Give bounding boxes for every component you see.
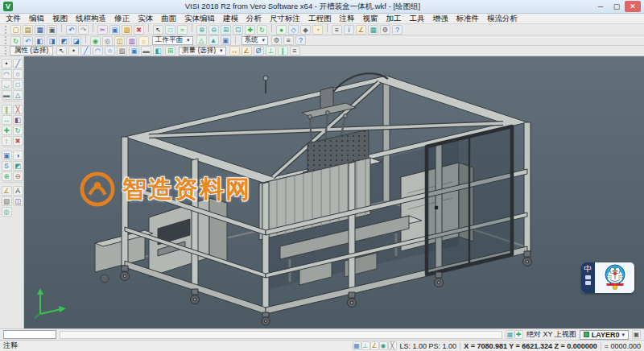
isolate-icon[interactable]: ◎ xyxy=(2,207,12,217)
extrude-icon[interactable]: ▣ xyxy=(2,151,12,160)
workplane-align-icon[interactable]: ▣ xyxy=(221,35,231,45)
open-file-icon[interactable]: ▤ xyxy=(23,25,33,35)
draw-arc-icon[interactable]: ◠ xyxy=(2,69,12,79)
system-options-icon[interactable]: ⚙ xyxy=(271,35,282,45)
filter-surface-icon[interactable]: ▧ xyxy=(117,46,127,56)
menu-annotation[interactable]: 注释 xyxy=(336,14,359,24)
filter-point-icon[interactable]: • xyxy=(68,46,79,56)
measure-report-icon[interactable]: ≡ xyxy=(290,46,300,56)
menu-analysis[interactable]: 分析 xyxy=(242,14,266,24)
settings-icon[interactable]: ⚙ xyxy=(380,25,390,35)
measure-distance-icon[interactable]: ↔ xyxy=(229,46,240,56)
menu-solid[interactable]: 实体 xyxy=(134,14,157,24)
move-icon[interactable]: ✚ xyxy=(2,126,12,135)
menu-edit[interactable]: 编辑 xyxy=(25,14,48,24)
erase-icon[interactable]: ✖ xyxy=(13,136,23,146)
pan-icon[interactable]: ✚ xyxy=(245,25,255,35)
filter-line-icon[interactable]: ╱ xyxy=(80,46,91,56)
toolbar-grip[interactable] xyxy=(5,26,7,34)
ime-mode-indicator[interactable]: 中 xyxy=(584,264,592,274)
dimension-icon[interactable]: ∠ xyxy=(2,186,12,196)
ime-menu-icon[interactable] xyxy=(585,281,591,285)
undo-icon[interactable]: ↶ xyxy=(66,25,76,35)
minimize-button[interactable]: ─ xyxy=(592,1,609,12)
ime-keyboard-icon[interactable] xyxy=(585,275,591,279)
ortho-toggle-icon[interactable]: ⊥ xyxy=(361,341,370,350)
command-input[interactable] xyxy=(3,330,56,339)
wireframe-view-icon[interactable]: ◇ xyxy=(288,25,299,35)
menu-enhance[interactable]: 增强 xyxy=(429,14,452,24)
redo-icon[interactable]: ↷ xyxy=(78,25,89,35)
save-icon[interactable]: ▦ xyxy=(35,25,45,35)
text-icon[interactable]: A xyxy=(13,186,23,196)
shaded-view-icon[interactable]: ● xyxy=(276,25,287,35)
menu-dimension[interactable]: 尺寸标注 xyxy=(266,14,304,24)
selection-filter-tab[interactable]: 属性 (选择) xyxy=(10,46,53,56)
view-isometric-icon[interactable]: ◪ xyxy=(71,36,81,46)
trim-icon[interactable]: ╳ xyxy=(13,105,23,114)
shaded-mode-icon[interactable]: ◉ xyxy=(90,36,101,46)
hatch-icon[interactable]: ▧ xyxy=(2,196,12,206)
hidden-line-icon[interactable]: ◆ xyxy=(300,25,311,35)
cad-model-machine[interactable] xyxy=(24,56,644,328)
workplane-combo[interactable]: 工作平面 ▾ xyxy=(152,36,193,45)
print-icon[interactable]: ▣ xyxy=(47,25,57,35)
zoom-window-icon[interactable]: ⊞ xyxy=(221,25,231,35)
workplane-xy-icon[interactable]: △ xyxy=(196,35,207,45)
menu-surface[interactable]: 曲面 xyxy=(157,14,180,24)
measure-icon[interactable]: ∠ xyxy=(356,25,366,35)
scale-icon[interactable]: ↕ xyxy=(2,136,12,146)
filter-all-icon[interactable]: ↖ xyxy=(56,46,67,56)
measure-radius-icon[interactable]: Ø xyxy=(254,46,264,56)
mirror-icon[interactable]: ◧ xyxy=(13,115,23,125)
ime-controls[interactable]: 中 xyxy=(581,262,595,293)
select-icon[interactable]: ↖ xyxy=(153,25,163,35)
previous-view-icon[interactable]: ↶ xyxy=(23,36,33,46)
polar-toggle-icon[interactable]: ∠ xyxy=(370,341,379,350)
menu-modeling[interactable]: 建模 xyxy=(219,14,242,24)
track-toggle-icon[interactable]: ╳ xyxy=(388,341,397,350)
draw-point-icon[interactable]: • xyxy=(2,59,12,68)
menu-wireframe[interactable]: 线框构造 xyxy=(72,14,110,24)
measure-combo[interactable]: 测量 (选择) ▾ xyxy=(179,47,226,56)
filter-face-icon[interactable]: ◧ xyxy=(153,46,163,56)
zoom-fit-icon[interactable]: ⊡ xyxy=(233,25,243,35)
light-settings-icon[interactable]: ☼ xyxy=(138,36,149,46)
menu-window[interactable]: 视窗 xyxy=(359,14,382,24)
layers-icon[interactable]: ≡ xyxy=(332,25,342,35)
workplane-custom-icon[interactable]: ▲ xyxy=(208,35,219,45)
rotate-view-icon[interactable]: ↻ xyxy=(257,25,267,35)
subtract-icon[interactable]: ⊖ xyxy=(13,171,23,181)
measure-parallel-icon[interactable]: ∥ xyxy=(278,46,288,56)
menu-drafting[interactable]: 工程图 xyxy=(304,14,336,24)
filter-arc-icon[interactable]: ◠ xyxy=(93,46,103,56)
filter-group-icon[interactable]: ⊞ xyxy=(165,46,175,56)
menu-solid-edit[interactable]: 实体编辑 xyxy=(180,14,219,24)
grid-toggle-icon[interactable]: ▦ xyxy=(506,330,514,339)
layer-selector[interactable]: LAYER0 ▾ xyxy=(580,330,629,340)
new-file-icon[interactable]: ▢ xyxy=(10,25,21,35)
system-macro-icon[interactable]: ≡ xyxy=(283,35,294,45)
union-icon[interactable]: ⊕ xyxy=(2,171,12,181)
help-icon[interactable]: ? xyxy=(392,25,402,35)
toolbar-grip[interactable] xyxy=(5,47,7,55)
menu-tools[interactable]: 工具 xyxy=(406,14,429,24)
cut-icon[interactable]: ✂ xyxy=(97,25,108,35)
wireframe-mode-icon[interactable]: ◎ xyxy=(102,36,113,46)
toolbar-grip[interactable] xyxy=(5,36,7,44)
shell-icon[interactable]: ◩ xyxy=(13,161,23,171)
sweep-icon[interactable]: S xyxy=(2,161,12,171)
delete-icon[interactable]: ✖ xyxy=(134,25,144,35)
menu-view[interactable]: 视图 xyxy=(48,14,72,24)
viewport-3d[interactable]: 智造资料网 中 xyxy=(24,56,644,328)
rotate-icon[interactable]: ↻ xyxy=(13,126,23,135)
refresh-view-icon[interactable]: ↻ xyxy=(10,36,21,46)
layer-settings-icon[interactable]: ▣ xyxy=(632,330,641,339)
axis-toggle-icon[interactable]: ✚ xyxy=(514,330,523,339)
draw-circle-icon[interactable]: ○ xyxy=(13,69,23,79)
grid-icon[interactable]: ▦ xyxy=(368,25,378,35)
view-right-icon[interactable]: ◩ xyxy=(59,36,69,46)
menu-file[interactable]: 文件 xyxy=(2,14,25,24)
section-icon[interactable]: ◫ xyxy=(13,196,23,206)
select-window-icon[interactable]: □ xyxy=(165,25,175,35)
